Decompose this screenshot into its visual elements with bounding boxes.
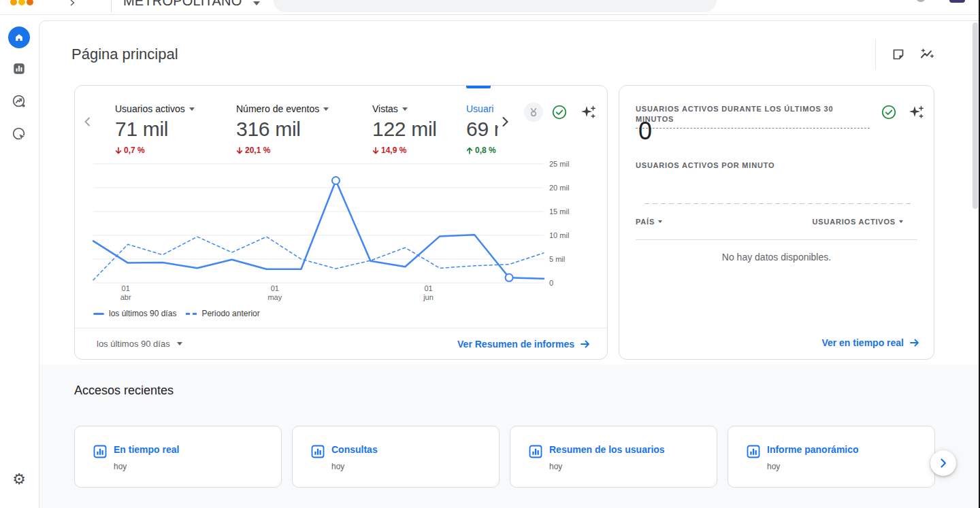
active-users-30min-value: 0 [638,117,652,146]
bar-chart-icon [12,62,26,78]
users-per-minute-label: USUARIOS ACTIVOS POR MINUTO [636,161,774,169]
sidebar-item-admin[interactable]: ⚙ [0,467,38,492]
main-content: Página principal Usua [39,20,980,508]
insights-sparkle-button[interactable] [580,104,596,123]
metric-tab-active-users[interactable]: Usuarios activos 71 mil 0,7 % [115,102,195,155]
overview-card: Usuarios activos 71 mil 0,7 % Número de … [74,85,608,360]
realtime-card-title: USUARIOS ACTIVOS DURANTE LOS ÚLTIMOS 30 … [636,104,870,129]
realtime-card: USUARIOS ACTIVOS DURANTE LOS ÚLTIMOS 30 … [619,85,934,360]
dropdown-caret-icon [189,107,195,114]
metric-label: Número de eventos [236,103,319,114]
metric-label: Usuari [466,103,493,114]
scrollbar[interactable] [973,22,978,209]
recent-card-panoramic-report[interactable]: Informe panorámico hoy [728,426,935,488]
metrics-next-button[interactable] [499,116,512,129]
report-icon [93,444,108,462]
legend-item-current: los últimos 90 días [93,309,176,318]
metric-tab-views[interactable]: Vistas 122 mil 14,9 % [372,102,437,155]
delta-arrow-icon [372,147,379,154]
benchmarking-button[interactable] [524,103,543,122]
sidebar-item-explore[interactable] [0,90,38,115]
view-reports-snapshot-link[interactable]: Ver Resumen de informes [457,339,591,350]
svg-text:abr: abr [120,293,131,301]
metric-value: 71 mil [115,118,195,143]
metric-delta: 0,8 % [475,146,496,155]
sidebar-item-advertising[interactable] [0,123,38,148]
sidebar-item-home[interactable] [0,25,38,50]
metric-value: 69 mil [466,118,498,143]
delta-arrow-icon [236,147,243,154]
help-icon[interactable] [916,0,926,2]
recent-card-realtime[interactable]: En tiempo real hoy [74,426,282,488]
advertising-icon [12,126,27,144]
data-quality-button[interactable] [552,105,567,122]
insights-button[interactable] [919,46,935,63]
metric-delta: 14,9 % [381,146,406,155]
report-icon [746,444,761,462]
page-title: Página principal [71,46,178,63]
solid-line-swatch-icon [93,313,104,315]
recent-section-title: Accesos recientes [74,384,174,398]
selected-metric-tab-indicator [466,86,491,88]
account-switcher[interactable]: METROPOLITANO [123,0,242,9]
legend-item-previous: Periodo anterior [186,309,259,318]
svg-text:jun: jun [423,293,434,301]
country-column-header[interactable]: PAÍS [636,218,662,226]
view-realtime-link[interactable]: Ver en tiempo real [821,337,920,348]
table-divider [636,239,917,240]
metrics-prev-button[interactable] [82,116,95,129]
dashed-line-swatch-icon [186,313,197,315]
metric-label: Vistas [372,103,398,114]
data-quality-button[interactable] [881,105,896,122]
metric-delta: 0,7 % [124,146,145,155]
svg-text:may: may [267,293,282,301]
insights-icon [919,47,934,62]
sidebar-item-reports[interactable] [0,58,38,82]
analytics-logo-icon [10,0,17,5]
sort-caret-icon [899,220,903,225]
sparkle-icon [908,104,924,120]
home-icon [8,27,30,48]
metric-value: 122 mil [372,118,437,143]
no-data-message: No hay datos disponibles. [636,252,917,263]
sparkle-icon [580,104,596,120]
explore-icon [12,94,27,112]
search-input[interactable] [274,0,717,12]
delta-arrow-icon [115,147,122,154]
avatar[interactable] [949,0,965,3]
metric-tab-users-truncated[interactable]: Usuari 69 mil 0,8 % [466,102,498,155]
arrow-right-icon [580,339,591,349]
recent-cards-next-button[interactable] [930,450,956,476]
notes-button[interactable] [890,46,906,63]
recent-card-user-summary[interactable]: Resumen de los usuarios hoy [510,426,717,488]
report-icon [528,444,543,462]
metric-delta: 20,1 % [245,146,270,155]
metric-value: 316 mil [236,118,329,143]
account-caret-icon [253,1,260,9]
report-icon [310,444,325,462]
analytics-logo-icon [18,0,25,5]
header-divider [875,39,876,69]
topbar: METROPOLITANO [0,0,980,15]
per-minute-empty-baseline [644,203,911,204]
svg-text:01: 01 [271,284,279,292]
sidebar: ⚙ [0,15,38,508]
svg-text:5 mil: 5 mil [549,255,565,263]
svg-text:01: 01 [424,284,432,292]
insights-sparkle-button[interactable] [908,104,924,123]
date-range-selector[interactable]: los últimos 90 días [97,339,182,349]
svg-text:20 mil: 20 mil [549,184,569,192]
medal-icon [528,107,539,118]
topbar-divider [111,0,112,12]
metric-label: Usuarios activos [115,103,185,114]
svg-text:0: 0 [549,279,553,287]
svg-text:01: 01 [122,284,130,292]
dropdown-caret-icon [323,107,329,114]
recent-card-queries[interactable]: Consultas hoy [292,426,500,488]
note-icon [892,48,905,61]
sort-caret-icon [658,220,662,225]
metric-tab-event-count[interactable]: Número de eventos 316 mil 20,1 % [236,102,329,155]
breadcrumb-chevron-icon [68,0,76,10]
svg-text:10 mil: 10 mil [549,231,569,239]
active-users-column-header[interactable]: USUARIOS ACTIVOS [813,218,903,226]
